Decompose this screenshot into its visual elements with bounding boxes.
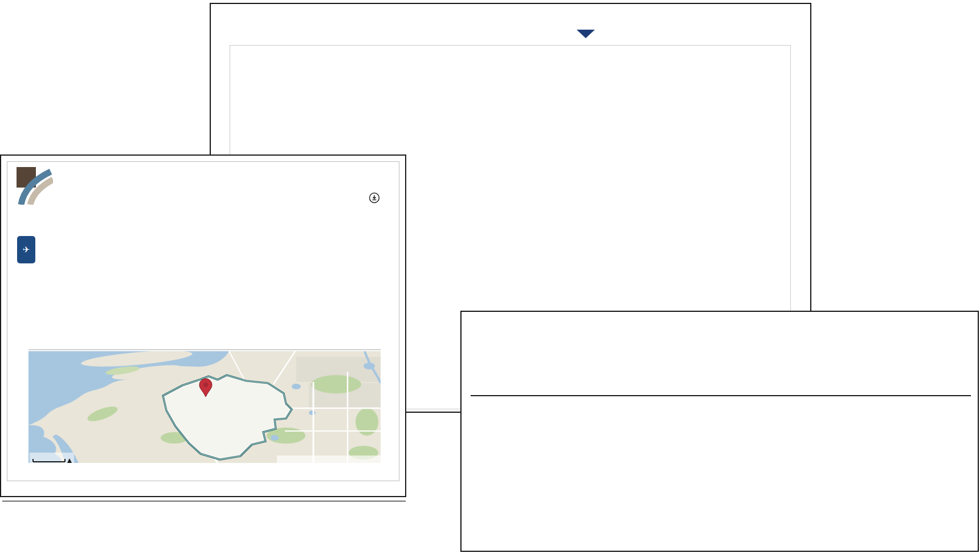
download-dashboard-button[interactable] xyxy=(365,192,380,204)
map-image xyxy=(28,351,381,463)
aerospace-card: ✈ xyxy=(0,154,406,497)
download-icon xyxy=(369,192,380,204)
aerospace-expand-button[interactable]: ✈ xyxy=(17,236,35,263)
map-divider xyxy=(28,349,381,350)
active-tab-pointer-icon xyxy=(577,30,595,38)
chamber-logo-icon xyxy=(17,167,53,205)
federal-way-map xyxy=(28,351,381,463)
card-stack-shadow xyxy=(2,501,406,502)
tab-bar xyxy=(211,4,810,31)
job-postings-card xyxy=(460,311,979,552)
chamber-logo xyxy=(17,167,58,205)
table-header-underline xyxy=(471,395,971,396)
airplane-icon: ✈ xyxy=(23,245,30,255)
